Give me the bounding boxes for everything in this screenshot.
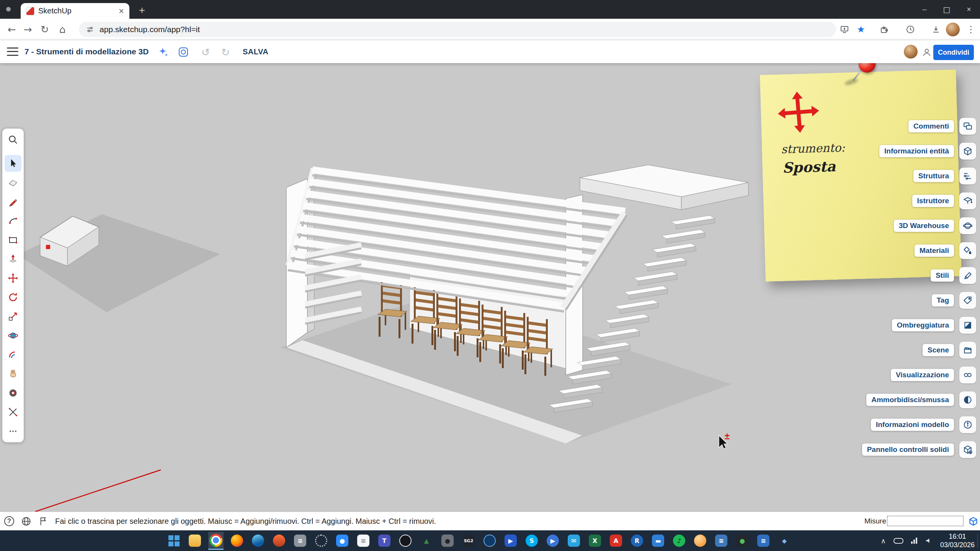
tray-pill-icon[interactable]	[893, 538, 903, 544]
window-close-button[interactable]: ×	[958, 0, 980, 19]
taskbar-icon-edge[interactable]	[250, 532, 266, 550]
home-button[interactable]: ⌂	[54, 19, 70, 40]
taskbar-icon-spotify[interactable]: ♪	[671, 532, 687, 550]
rail-button-solid-tools[interactable]	[959, 441, 976, 458]
zoom-tool[interactable]	[5, 131, 21, 148]
taskbar-icon-chat[interactable]: ✉	[566, 532, 581, 550]
more-tools[interactable]	[5, 423, 21, 440]
taskbar-icon-cube-3d[interactable]: ◆	[777, 532, 792, 550]
downloads-icon[interactable]	[929, 23, 943, 36]
user-avatar[interactable]	[904, 45, 918, 59]
rail-button-materials[interactable]	[959, 242, 976, 259]
window-minimize-button[interactable]: –	[913, 0, 936, 19]
measurements-input[interactable]	[887, 516, 964, 526]
taskbar-icon-sg2[interactable]: SG2	[461, 532, 476, 550]
bookmark-star-icon[interactable]: ★	[854, 23, 868, 36]
rail-button-tags[interactable]	[959, 292, 976, 309]
taskbar-icon-remote-desktop[interactable]: ▬	[650, 532, 666, 550]
taskbar-icon-settings[interactable]	[314, 532, 329, 550]
browser-tab[interactable]: SketchUp ×	[21, 3, 129, 19]
reload-button[interactable]: ↻	[37, 19, 53, 40]
taskbar-icon-brave[interactable]	[271, 532, 287, 550]
extensions-icon[interactable]	[877, 23, 891, 36]
rail-button-outliner[interactable]	[959, 168, 976, 184]
language-button[interactable]	[21, 516, 31, 527]
rail-button-shadows[interactable]	[959, 317, 976, 334]
forward-button[interactable]: →	[20, 19, 36, 40]
tool-palette	[2, 129, 24, 442]
pan-tool[interactable]	[5, 365, 21, 382]
back-button[interactable]: ←	[4, 19, 20, 40]
taskbar-icon-teams[interactable]: T	[377, 532, 392, 550]
taskbar-icon-chrome[interactable]	[208, 532, 224, 550]
profile-avatar[interactable]	[946, 23, 960, 36]
taskbar-icon-dark-app[interactable]: ●	[735, 532, 750, 550]
window-maximize-button[interactable]: □	[936, 0, 958, 19]
taskbar-icon-globe[interactable]	[482, 532, 497, 550]
tab-close-icon[interactable]: ×	[119, 7, 124, 15]
taskbar-icon-red-app[interactable]: A	[608, 532, 624, 550]
rail-button-display[interactable]	[959, 367, 976, 383]
push-pull-tool[interactable]	[5, 251, 21, 267]
help-button[interactable]: ?	[4, 516, 15, 527]
taskbar-icon-excel[interactable]: X	[587, 532, 603, 550]
address-bar[interactable]: app.sketchup.com/app?hl=it	[79, 22, 836, 37]
rail-button-styles[interactable]	[959, 267, 976, 284]
network-icon[interactable]	[911, 538, 917, 544]
ai-sparkle-icon[interactable]	[157, 46, 170, 59]
rail-button-model-info[interactable]	[959, 416, 976, 433]
taskbar-icon-stack-3d[interactable]: ≡	[756, 532, 771, 550]
model-panel-button[interactable]	[968, 516, 978, 527]
taskbar-icon-notepad[interactable]: ≡	[356, 532, 371, 550]
taskbar-icon-gray-app[interactable]: ≡	[292, 532, 308, 550]
offset-tool[interactable]	[5, 346, 21, 363]
rotate-tool[interactable]	[5, 289, 21, 306]
eraser-tool[interactable]	[5, 174, 21, 191]
rail-button-comments[interactable]	[959, 118, 976, 135]
tray-chevron-icon[interactable]: ∧	[881, 537, 886, 545]
line-tool[interactable]	[5, 193, 21, 210]
rail-button-warehouse[interactable]	[959, 217, 976, 234]
feedback-button[interactable]	[38, 516, 48, 527]
taskbar-icon-camera[interactable]: ●	[440, 532, 455, 550]
search-commands-icon[interactable]	[177, 46, 190, 59]
taskbar-icon-obs[interactable]	[398, 532, 413, 550]
system-tray[interactable]: ∧ 16:01 03/03/2026	[881, 530, 975, 551]
move-tool[interactable]	[5, 270, 21, 287]
browser-menu-icon[interactable]: ⋮	[964, 23, 978, 36]
taskbar-icon-firefox[interactable]	[229, 532, 245, 550]
rectangle-tool[interactable]	[5, 231, 21, 248]
arc-tool[interactable]	[5, 212, 21, 229]
taskbar-icon-orange-ball[interactable]	[693, 532, 708, 550]
taskbar-icon-start[interactable]	[166, 532, 181, 550]
rail-button-soften[interactable]	[959, 391, 976, 408]
show-desktop-button[interactable]	[977, 533, 980, 548]
save-button[interactable]: SALVA	[243, 40, 268, 63]
taskbar-icon-zoom[interactable]: ●	[335, 532, 350, 550]
rail-button-instructor[interactable]	[959, 192, 976, 209]
select-tool[interactable]	[5, 155, 21, 172]
new-tab-button[interactable]: +	[136, 5, 148, 16]
install-app-icon[interactable]	[838, 23, 851, 36]
share-button[interactable]: Condividi	[933, 45, 974, 60]
rail-button-entity-info[interactable]	[959, 143, 976, 160]
taskbar-icon-file-explorer[interactable]	[187, 532, 203, 550]
scale-tool[interactable]	[5, 308, 21, 325]
volume-icon[interactable]	[925, 537, 933, 544]
taskbar-icon-plant[interactable]: ▲	[419, 532, 434, 550]
walk-tool[interactable]	[5, 385, 21, 401]
taskbar-icon-blue-layers[interactable]: ≡	[714, 532, 729, 550]
main-menu-icon[interactable]	[7, 46, 18, 57]
taskbar-icon-media-player[interactable]: ▶	[503, 532, 518, 550]
taskbar-icon-rstudio[interactable]: R	[629, 532, 645, 550]
taskbar-icon-video-app[interactable]: ▶	[545, 532, 560, 550]
broadcast-user-icon[interactable]	[920, 46, 933, 59]
measure-tool[interactable]	[5, 404, 21, 421]
redo-button[interactable]: ↻	[219, 46, 232, 59]
undo-button[interactable]: ↺	[199, 46, 212, 59]
taskbar-icon-skype[interactable]: S	[524, 532, 539, 550]
history-icon[interactable]	[903, 23, 917, 36]
rail-button-scenes[interactable]	[959, 342, 976, 359]
orbit-tool[interactable]	[5, 327, 21, 344]
taskbar-clock[interactable]: 16:01 03/03/2026	[940, 532, 975, 549]
